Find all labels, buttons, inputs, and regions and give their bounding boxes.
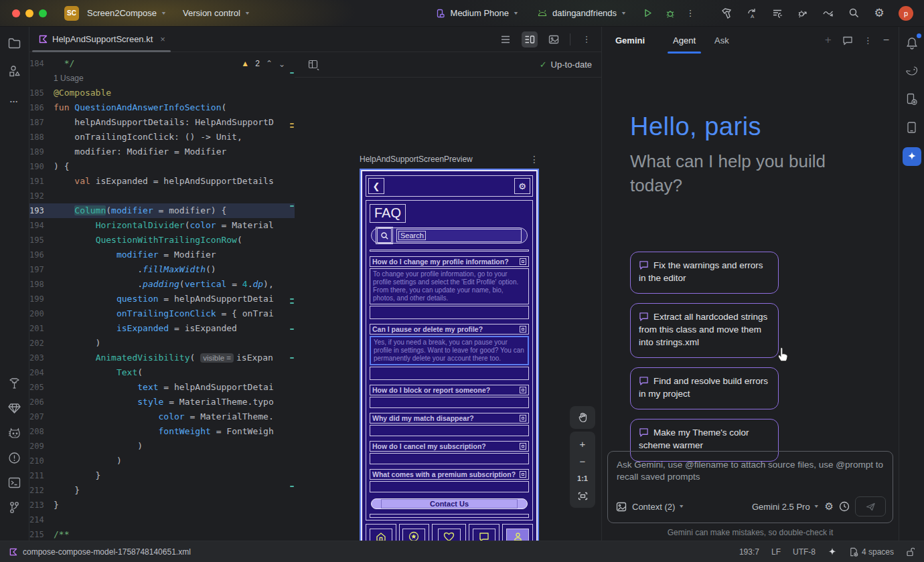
app-quality-insights-icon[interactable] bbox=[7, 400, 23, 416]
zoom-in-button[interactable]: + bbox=[572, 436, 593, 452]
code-line[interactable]: 196 modifier = Modifier bbox=[29, 248, 295, 262]
build-tool-icon[interactable] bbox=[7, 375, 23, 391]
code-line[interactable]: 190) { bbox=[29, 159, 295, 174]
code-line[interactable]: 214 bbox=[29, 512, 295, 527]
code-line[interactable]: 211 } bbox=[29, 468, 295, 483]
logcat-icon[interactable] bbox=[7, 425, 23, 441]
suggestion-card[interactable]: Find and resolve build errors in my proj… bbox=[630, 367, 779, 409]
gemini-button[interactable] bbox=[903, 147, 921, 166]
code-line[interactable]: 205 text = helpAndSupportDetai bbox=[29, 380, 295, 395]
more-tool-windows-icon[interactable]: … bbox=[7, 91, 23, 107]
hide-panel-icon[interactable]: − bbox=[883, 34, 889, 46]
code-line[interactable]: 185@Composable bbox=[29, 86, 295, 100]
pan-hand-button[interactable] bbox=[570, 406, 595, 429]
device-manager-icon[interactable] bbox=[904, 91, 920, 107]
search-input[interactable]: Search bbox=[396, 229, 522, 242]
design-view-button[interactable] bbox=[546, 31, 562, 48]
suggestion-card[interactable]: Extract all hardcoded strings from this … bbox=[630, 303, 779, 358]
close-window-button[interactable] bbox=[12, 9, 20, 17]
back-button[interactable]: ❮ bbox=[368, 178, 384, 194]
user-avatar[interactable]: p bbox=[899, 6, 913, 21]
code-line[interactable]: 207 color = MaterialTheme. bbox=[29, 409, 295, 424]
code-line[interactable]: 199 question = helpAndSupportDetai bbox=[29, 292, 295, 306]
notifications-bell-icon[interactable] bbox=[904, 35, 920, 51]
file-encoding[interactable]: UTF-8 bbox=[793, 547, 816, 557]
faq-question-row[interactable]: How do I change my profile information? bbox=[370, 256, 529, 267]
preview-layout-icon[interactable] bbox=[305, 57, 321, 73]
zoom-window-button[interactable] bbox=[39, 9, 47, 17]
code-line[interactable]: 191 val isExpanded = helpAndSupportDetai… bbox=[29, 174, 295, 189]
terminal-icon[interactable] bbox=[7, 474, 23, 490]
inspection-widget[interactable]: ▲ 2 ⌃ ⌃ bbox=[241, 59, 285, 68]
attach-debugger-icon[interactable] bbox=[797, 7, 809, 19]
line-ending[interactable]: LF bbox=[771, 547, 781, 557]
panel-options-kebab[interactable]: ⋮ bbox=[864, 35, 872, 45]
next-warning-icon[interactable]: ⌃ bbox=[279, 59, 285, 68]
zoom-fit-button[interactable] bbox=[572, 488, 593, 504]
project-selector[interactable]: Screen2Compose ▼ bbox=[87, 8, 167, 18]
preview-options-kebab[interactable]: ⋮ bbox=[530, 154, 539, 165]
model-selector[interactable]: Gemini 2.5 Pro ▼ bbox=[752, 502, 820, 512]
code-line[interactable]: 210 ) bbox=[29, 454, 295, 468]
todo-list-icon[interactable] bbox=[771, 7, 783, 19]
expand-icon[interactable] bbox=[520, 471, 526, 478]
prompt-settings-gear-icon[interactable]: ⚙ bbox=[825, 500, 834, 512]
indent-setting[interactable]: 4 spaces bbox=[849, 547, 894, 557]
suggestion-card[interactable]: Fix the warnings and errors in the edito… bbox=[630, 252, 779, 294]
running-devices-icon[interactable] bbox=[904, 119, 920, 135]
project-folder-icon[interactable] bbox=[7, 35, 23, 51]
editor-tab[interactable]: HelpAndSupportScreen.kt × bbox=[29, 27, 173, 52]
gradle-icon[interactable] bbox=[904, 63, 920, 79]
code-line[interactable]: 209 ) bbox=[29, 439, 295, 454]
zoom-actual-button[interactable]: 1:1 bbox=[572, 470, 593, 486]
attach-image-icon[interactable] bbox=[616, 502, 627, 512]
code-line[interactable]: 215/** bbox=[29, 527, 295, 541]
code-view-button[interactable] bbox=[497, 31, 514, 48]
faq-question-row[interactable]: How do I cancel my subscription? bbox=[370, 441, 529, 452]
run-config-selector[interactable]: datingandfriends ▼ bbox=[536, 7, 627, 19]
search-everywhere-icon[interactable] bbox=[848, 7, 860, 19]
expand-icon[interactable] bbox=[520, 258, 526, 265]
code-line[interactable]: 187 helpAndSupportDetails: HelpAndSuppor… bbox=[29, 115, 295, 130]
faq-question-row[interactable]: What comes with a premium subscription? bbox=[370, 469, 529, 480]
code-editor[interactable]: 184 */1 Usage185@Composable186fun Questi… bbox=[29, 52, 295, 541]
zoom-out-button[interactable]: − bbox=[572, 453, 593, 469]
code-line[interactable]: 186fun QuestionAndAnswerInfoSection( bbox=[29, 100, 295, 115]
code-line[interactable]: 212 } bbox=[29, 483, 295, 498]
gemini-prompt-input[interactable]: Ask Gemini, use @filename to attach sour… bbox=[607, 451, 893, 523]
code-line[interactable]: 192 bbox=[29, 189, 295, 203]
code-line[interactable]: 189 modifier: Modifier = Modifier bbox=[29, 145, 295, 159]
search-bar[interactable]: Search bbox=[371, 227, 528, 244]
code-line[interactable]: 204 Text( bbox=[29, 365, 295, 380]
history-clock-icon[interactable] bbox=[839, 501, 850, 512]
close-tab-icon[interactable]: × bbox=[160, 34, 165, 44]
code-line[interactable]: 1 Usage bbox=[29, 71, 295, 86]
expand-icon[interactable] bbox=[520, 443, 526, 450]
preview-phone-frame[interactable]: ❮ ⚙ FAQ Search How do I change my profil… bbox=[360, 169, 539, 562]
split-view-button[interactable] bbox=[522, 31, 538, 48]
debug-button[interactable] bbox=[664, 7, 676, 19]
version-control-icon[interactable] bbox=[7, 499, 23, 515]
file-lock-icon[interactable] bbox=[906, 547, 915, 557]
status-file-path[interactable]: compose-compose-model-1758748140651.xml bbox=[23, 547, 191, 557]
code-line[interactable]: 201 isExpanded = isExpanded bbox=[29, 321, 295, 336]
code-line[interactable]: 194 HorizontalDivider(color = Material bbox=[29, 218, 295, 233]
tab-agent[interactable]: Agent bbox=[664, 27, 705, 54]
code-line[interactable]: 200 onTrailingIconClick = { onTrai bbox=[29, 306, 295, 321]
minimize-window-button[interactable] bbox=[25, 9, 33, 17]
caret-position[interactable]: 193:7 bbox=[739, 547, 759, 557]
prev-warning-icon[interactable]: ⌃ bbox=[266, 59, 273, 68]
send-button[interactable] bbox=[855, 496, 886, 517]
faq-question-row[interactable]: How do I block or report someone? bbox=[370, 385, 529, 395]
ai-sparkle-icon[interactable] bbox=[828, 547, 837, 557]
faq-answer-text[interactable]: Yes, if you need a break, you can pause … bbox=[370, 336, 529, 365]
code-line[interactable]: 193 Column(modifier = modifier) { bbox=[29, 203, 295, 218]
tab-ask[interactable]: Ask bbox=[705, 27, 739, 54]
expand-icon[interactable] bbox=[520, 387, 526, 393]
editor-options-kebab[interactable]: ⋮ bbox=[579, 31, 595, 48]
expand-icon[interactable] bbox=[520, 415, 526, 421]
faq-question-row[interactable]: Can I pause or delete my profile? bbox=[370, 324, 529, 335]
settings-gear-icon[interactable]: ⚙ bbox=[873, 7, 885, 19]
build-icon[interactable] bbox=[720, 7, 733, 19]
code-line[interactable]: 197 .fillMaxWidth() bbox=[29, 262, 295, 277]
